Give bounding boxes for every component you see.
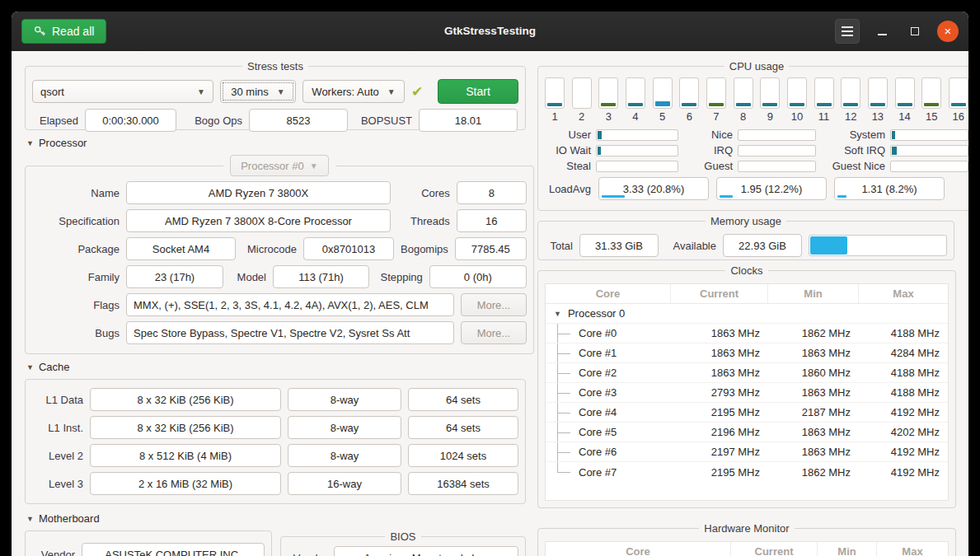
minimize-button[interactable] bbox=[871, 21, 893, 42]
flags-value[interactable]: MMX, (+), SSE(1, 2, 3, 3S, 4.1, 4.2, 4A)… bbox=[126, 293, 454, 316]
model-label: Model bbox=[230, 271, 266, 283]
tree-branch-icon bbox=[554, 462, 579, 482]
cache-sets-value[interactable]: 64 sets bbox=[408, 416, 518, 439]
clock-row[interactable]: Core #1 1863 MHz 1863 MHz 4284 MHz bbox=[546, 343, 948, 363]
maximize-button[interactable] bbox=[904, 21, 926, 42]
clocks-frame: Clocks Core Current Min Max ▼ Processor … bbox=[537, 264, 956, 508]
clocks-group-row[interactable]: ▼ Processor 0 bbox=[546, 304, 948, 324]
cache-ways-value[interactable]: 8-way bbox=[288, 388, 401, 411]
processor-expander[interactable]: ▼ Processor bbox=[26, 137, 526, 149]
cache-sets-value[interactable]: 16384 sets bbox=[408, 472, 518, 495]
clock-row[interactable]: Core #7 2195 MHz 1862 MHz 4192 MHz bbox=[546, 462, 948, 482]
hardware-monitor-legend: Hardware Monitor bbox=[699, 522, 794, 535]
cpu-core-bars: 1 2 3 4 5 6 7 8 9 10 11 12 13 14 15 16 bbox=[545, 77, 968, 123]
cache-ways-value[interactable]: 16-way bbox=[288, 472, 401, 495]
tree-branch-icon bbox=[554, 324, 579, 343]
system-label: System bbox=[821, 128, 885, 141]
hwmon-header-current: Current bbox=[731, 542, 818, 556]
tree-branch-icon bbox=[554, 343, 579, 362]
nice-label: Nice bbox=[683, 128, 733, 141]
bugs-value[interactable]: Spec Store Bypass, Spectre V1, Spectre V… bbox=[126, 321, 454, 344]
motherboard-expander[interactable]: ▼ Motherboard bbox=[26, 512, 526, 525]
minimize-icon bbox=[878, 34, 887, 35]
clock-row[interactable]: Core #0 1863 MHz 1862 MHz 4188 MHz bbox=[546, 324, 948, 343]
specification-value[interactable]: AMD Ryzen 7 3800X 8-Core Processor bbox=[126, 209, 391, 232]
titlebar: Read all GtkStressTesting × bbox=[12, 12, 968, 51]
clock-row[interactable]: Core #6 2197 MHz 1863 MHz 4192 MHz bbox=[546, 442, 948, 462]
clock-row[interactable]: Core #3 2793 MHz 1863 MHz 4188 MHz bbox=[546, 383, 948, 403]
bios-vendor-value[interactable]: American Megatrends Inc. bbox=[334, 546, 518, 556]
threads-value[interactable]: 16 bbox=[457, 209, 527, 232]
iowait-bar bbox=[596, 145, 678, 157]
cache-expander[interactable]: ▼ Cache bbox=[26, 361, 526, 373]
bogomips-label: Bogomips bbox=[401, 243, 448, 255]
user-bar bbox=[596, 129, 678, 141]
model-value[interactable]: 113 (71h) bbox=[273, 265, 369, 288]
workers-combo[interactable]: Workers: Auto▼ bbox=[302, 80, 405, 103]
cpu-core-bar bbox=[653, 77, 673, 109]
read-all-button[interactable]: Read all bbox=[21, 19, 106, 44]
bopsust-value[interactable]: 18.01 bbox=[419, 109, 518, 132]
memory-total-value[interactable]: 31.33 GiB bbox=[579, 234, 659, 257]
clocks-header-core: Core bbox=[546, 284, 671, 303]
guest-nice-bar bbox=[890, 161, 968, 172]
cpu-core-bar bbox=[921, 77, 941, 109]
cache-frame: L1 Data 8 x 32 KiB (256 KiB) 8-way 64 se… bbox=[25, 379, 526, 504]
cache-size-value[interactable]: 8 x 512 KiB (4 MiB) bbox=[90, 444, 281, 467]
cache-size-value[interactable]: 8 x 32 KiB (256 KiB) bbox=[90, 416, 281, 439]
cache-sets-value[interactable]: 1024 sets bbox=[408, 444, 518, 467]
bios-frame: BIOS Vendor American Megatrends Inc. bbox=[280, 530, 526, 556]
family-value[interactable]: 23 (17h) bbox=[126, 265, 223, 288]
cpu-core-bar bbox=[706, 77, 726, 109]
close-button[interactable]: × bbox=[937, 21, 959, 42]
bugs-more-button[interactable]: More... bbox=[461, 321, 527, 344]
stepping-value[interactable]: 0 (0h) bbox=[429, 265, 527, 288]
duration-combo[interactable]: 30 mins▼ bbox=[220, 80, 296, 103]
cpu-name-value[interactable]: AMD Ryzen 7 3800X bbox=[126, 181, 391, 204]
flags-more-button[interactable]: More... bbox=[461, 293, 527, 316]
processor-selector-combo[interactable]: Processor #0▼ bbox=[230, 155, 329, 176]
hwmon-header-core: Core bbox=[546, 542, 731, 556]
bogo-ops-value[interactable]: 8523 bbox=[249, 109, 348, 132]
cache-sets-value[interactable]: 64 sets bbox=[408, 388, 518, 411]
chevron-down-icon: ▼ bbox=[197, 87, 205, 96]
flags-label: Flags bbox=[32, 299, 120, 311]
hamburger-icon bbox=[842, 26, 853, 28]
threads-label: Threads bbox=[397, 215, 450, 227]
right-pane: CPU usage 1 2 3 4 5 6 7 8 9 10 11 12 13 … bbox=[537, 56, 954, 556]
package-label: Package bbox=[32, 243, 120, 255]
memory-usage-legend: Memory usage bbox=[706, 215, 786, 227]
cache-ways-value[interactable]: 8-way bbox=[288, 444, 401, 467]
guest-nice-label: Guest Nice bbox=[821, 160, 885, 172]
mb-vendor-value[interactable]: ASUSTeK COMPUTER INC. bbox=[82, 543, 265, 556]
memory-available-value[interactable]: 22.93 GiB bbox=[723, 234, 802, 257]
nice-bar bbox=[738, 129, 816, 141]
cpu-core-bar bbox=[760, 77, 780, 109]
cache-ways-value[interactable]: 8-way bbox=[288, 416, 401, 439]
cpu-core-bar bbox=[895, 77, 915, 109]
hardware-monitor-frame: Hardware Monitor Core Current Min Max bbox=[537, 522, 956, 556]
microcode-value[interactable]: 0x8701013 bbox=[303, 237, 394, 260]
cache-size-value[interactable]: 8 x 32 KiB (256 KiB) bbox=[90, 388, 281, 411]
cache-size-value[interactable]: 2 x 16 MiB (32 MiB) bbox=[90, 472, 281, 495]
cpu-core-bar bbox=[868, 77, 888, 109]
stress-test-combo[interactable]: qsort▼ bbox=[32, 80, 213, 103]
hamburger-menu-button[interactable] bbox=[835, 19, 860, 44]
elapsed-label: Elapsed bbox=[32, 114, 78, 127]
window-title: GtkStressTesting bbox=[12, 25, 968, 37]
elapsed-value[interactable]: 0:00:30.000 bbox=[85, 109, 176, 132]
memory-usage-frame: Memory usage Total 31.33 GiB Available 2… bbox=[537, 215, 954, 260]
clocks-table-header: Core Current Min Max bbox=[546, 284, 948, 304]
clocks-header-current: Current bbox=[671, 284, 768, 303]
clock-row[interactable]: Core #2 1863 MHz 1860 MHz 4188 MHz bbox=[546, 363, 948, 383]
cores-value[interactable]: 8 bbox=[457, 181, 527, 204]
bios-vendor-label: Vendor bbox=[288, 552, 327, 556]
package-value[interactable]: Socket AM4 bbox=[126, 237, 236, 260]
bogomips-value[interactable]: 7785.45 bbox=[455, 237, 527, 260]
start-button[interactable]: Start bbox=[438, 79, 518, 104]
user-label: User bbox=[545, 128, 591, 141]
clock-row[interactable]: Core #5 2196 MHz 1863 MHz 4202 MHz bbox=[546, 423, 948, 442]
cpu-stats-grid: User Nice System IO Wait IRQ Soft IRQ St… bbox=[545, 128, 968, 172]
stress-tests-frame: Stress tests qsort▼ 30 mins▼ Workers: Au… bbox=[25, 60, 526, 130]
clock-row[interactable]: Core #4 2195 MHz 2187 MHz 4192 MHz bbox=[546, 403, 948, 423]
